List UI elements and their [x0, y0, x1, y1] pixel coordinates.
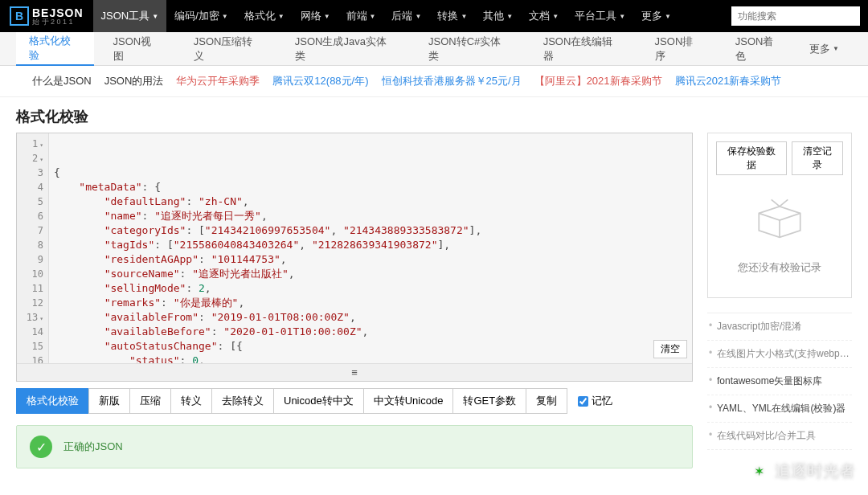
action-btn-0[interactable]: 格式化校验 — [16, 388, 89, 414]
action-btn-4[interactable]: 去除转义 — [211, 388, 274, 414]
subtab-5[interactable]: JSON在线编辑器 — [530, 32, 636, 66]
subtab-1[interactable]: JSON视图 — [100, 32, 174, 66]
promo-link-6[interactable]: 腾讯云2021新春采购节 — [675, 74, 782, 88]
nav-item-4[interactable]: 前端▼ — [338, 0, 384, 32]
side-link-2[interactable]: fontawesome矢量图标库 — [707, 368, 852, 395]
editor-clear-button[interactable]: 清空 — [653, 340, 687, 358]
chevron-down-icon: ▼ — [415, 13, 421, 20]
promo-link-4[interactable]: 恒创科技香港服务器￥25元/月 — [382, 74, 522, 88]
chevron-down-icon: ▼ — [152, 13, 158, 20]
chevron-down-icon: ▼ — [619, 13, 625, 20]
history-panel: 保存校验数据 清空记录 您还没有校验记录 — [707, 133, 852, 298]
subtab-more[interactable]: 更多▼ — [796, 32, 852, 66]
subtab-0[interactable]: 格式化校验 — [16, 32, 94, 66]
save-history-button[interactable]: 保存校验数据 — [716, 141, 787, 175]
subtab-7[interactable]: JSON着色 — [723, 32, 796, 66]
menu-icon[interactable]: ≡ — [351, 366, 358, 378]
logo-sub: 始 于 2 0 1 1 — [32, 18, 84, 26]
subtab-6[interactable]: JSON排序 — [642, 32, 716, 66]
action-bar: 格式化校验新版压缩转义去除转义Unicode转中文中文转Unicode转GET参… — [16, 388, 693, 414]
nav-item-1[interactable]: 编码/加密▼ — [166, 0, 236, 32]
nav-item-8[interactable]: 文档▼ — [521, 0, 567, 32]
nav-item-0[interactable]: JSON工具▼ — [93, 0, 167, 32]
side-link-0[interactable]: Javascript加密/混淆 — [707, 313, 852, 341]
editor-gutter: 1234567891011121314151617 — [17, 133, 49, 363]
action-btn-2[interactable]: 压缩 — [129, 388, 171, 414]
side-links: Javascript加密/混淆在线图片大小格式(支持webp....fontaw… — [707, 313, 852, 450]
empty-box-icon — [751, 196, 808, 244]
subtab-3[interactable]: JSON生成Java实体类 — [282, 32, 409, 66]
side-link-4[interactable]: 在线代码对比/合并工具 — [707, 423, 852, 450]
promo-link-5[interactable]: 【阿里云】2021新春采购节 — [534, 74, 662, 88]
logo-main: BEJSON — [32, 7, 84, 18]
nav-item-5[interactable]: 后端▼ — [383, 0, 429, 32]
promo-link-2[interactable]: 华为云开年采购季 — [176, 74, 260, 88]
chevron-down-icon: ▼ — [552, 13, 559, 20]
nav-item-3[interactable]: 网络▼ — [293, 0, 338, 32]
nav-item-6[interactable]: 转换▼ — [429, 0, 475, 32]
chevron-down-icon: ▼ — [278, 13, 285, 20]
clear-history-button[interactable]: 清空记录 — [792, 141, 843, 175]
action-btn-3[interactable]: 转义 — [170, 388, 212, 414]
chevron-down-icon: ▼ — [506, 13, 513, 20]
result-text: 正确的JSON — [63, 440, 123, 454]
nav-item-2[interactable]: 格式化▼ — [236, 0, 293, 32]
search-box[interactable] — [731, 6, 860, 26]
editor-code[interactable]: { "metaData": { "defaultLang": "zh-CN", … — [49, 133, 692, 363]
validation-result: ✓ 正确的JSON — [16, 425, 693, 468]
chevron-down-icon: ▼ — [222, 13, 228, 20]
subtab-2[interactable]: JSON压缩转义 — [181, 32, 276, 66]
nav-item-9[interactable]: 平台工具▼ — [567, 0, 633, 32]
promo-link-0[interactable]: 什么是JSON — [32, 74, 92, 88]
remember-checkbox[interactable]: 记忆 — [578, 394, 612, 408]
nav-item-7[interactable]: 其他▼ — [475, 0, 521, 32]
promo-linkbar: 什么是JSONJSON的用法华为云开年采购季腾讯云双12(88元/年)恒创科技香… — [0, 66, 868, 97]
side-link-3[interactable]: YAML、YML在线编辑(校验)器 — [707, 395, 852, 423]
action-btn-6[interactable]: 中文转Unicode — [363, 388, 454, 414]
json-editor[interactable]: 1234567891011121314151617 { "metaData": … — [16, 133, 693, 382]
action-btn-5[interactable]: Unicode转中文 — [273, 388, 364, 414]
nav-item-10[interactable]: 更多▼ — [633, 0, 679, 32]
action-btn-1[interactable]: 新版 — [88, 388, 130, 414]
editor-footer: ≡ — [17, 363, 692, 381]
promo-link-3[interactable]: 腾讯云双12(88元/年) — [272, 74, 368, 88]
side-link-1[interactable]: 在线图片大小格式(支持webp.... — [707, 341, 852, 368]
promo-link-1[interactable]: JSON的用法 — [104, 74, 164, 88]
no-records-text: 您还没有校验记录 — [738, 260, 821, 275]
search-input[interactable] — [731, 10, 860, 22]
check-icon: ✓ — [30, 436, 52, 458]
subtab-4[interactable]: JSON转C#实体类 — [416, 32, 524, 66]
chevron-down-icon: ▼ — [324, 13, 330, 20]
page-title: 格式化校验 — [0, 97, 868, 133]
action-btn-8[interactable]: 复制 — [526, 388, 567, 414]
action-btn-7[interactable]: 转GET参数 — [452, 388, 526, 414]
logo-icon: B — [10, 6, 29, 26]
sub-tabs: 格式化校验JSON视图JSON压缩转义JSON生成Java实体类JSON转C#实… — [0, 32, 868, 66]
chevron-down-icon: ▼ — [461, 13, 467, 20]
chevron-down-icon: ▼ — [370, 13, 376, 20]
chevron-down-icon: ▼ — [665, 13, 671, 20]
logo[interactable]: B BEJSON 始 于 2 0 1 1 — [0, 6, 93, 26]
chevron-down-icon: ▼ — [833, 45, 839, 52]
top-navbar: B BEJSON 始 于 2 0 1 1 JSON工具▼编码/加密▼格式化▼网络… — [0, 0, 868, 32]
